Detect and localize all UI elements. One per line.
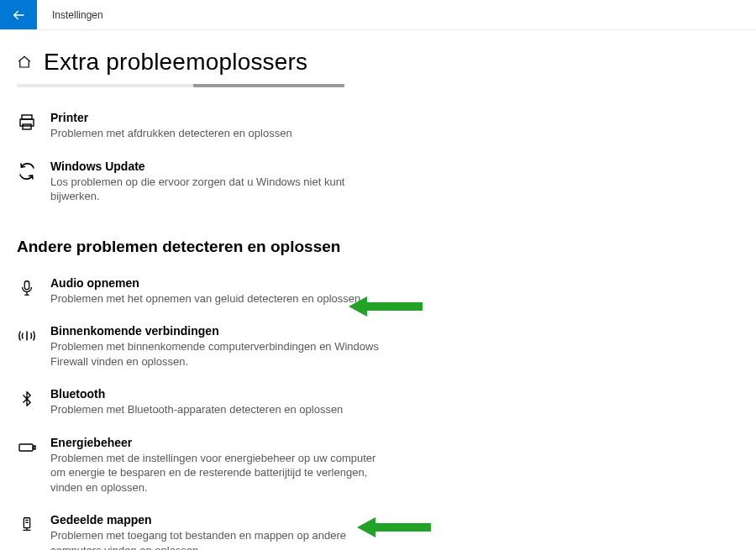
horizontal-scroll-thumb[interactable] [193, 84, 344, 87]
window-title: Instellingen [37, 0, 103, 29]
section-heading-other: Andere problemen detecteren en oplossen [17, 238, 739, 256]
item-title: Energiebeheer [50, 436, 386, 449]
item-desc: Problemen met binnenkomende computerverb… [50, 339, 386, 369]
back-arrow-icon [11, 8, 26, 23]
svg-rect-9 [34, 446, 35, 449]
troubleshooter-bluetooth[interactable]: Bluetooth Problemen met Bluetooth-appara… [17, 379, 386, 427]
troubleshooter-power[interactable]: Energiebeheer Problemen met de instellin… [17, 427, 386, 505]
title-bar: Instellingen [0, 0, 756, 30]
printer-icon [17, 113, 37, 133]
svg-rect-3 [23, 124, 31, 129]
sync-icon [17, 161, 37, 181]
item-title: Gedeelde mappen [50, 513, 386, 526]
troubleshooter-printer[interactable]: Printer Problemen met afdrukken detecter… [17, 102, 386, 151]
item-title: Binnenkomende verbindingen [50, 324, 386, 338]
svg-rect-8 [19, 444, 33, 451]
item-title: Audio opnemen [50, 276, 386, 290]
bluetooth-icon [17, 389, 37, 409]
main-content: Extra probleemoplossers Printer Probleme… [0, 30, 756, 550]
troubleshooter-text: Bluetooth Problemen met Bluetooth-appara… [50, 387, 386, 417]
battery-icon [17, 437, 37, 458]
item-desc: Problemen met Bluetooth-apparaten detect… [50, 402, 386, 417]
troubleshooter-incoming-connections[interactable]: Binnenkomende verbindingen Problemen met… [17, 316, 386, 379]
troubleshooter-text: Gedeelde mappen Problemen met toegang to… [50, 513, 386, 550]
microphone-icon [17, 278, 37, 298]
troubleshooter-windows-update[interactable]: Windows Update Los problemen op die ervo… [17, 151, 386, 214]
page-title: Extra probleemoplossers [44, 49, 307, 76]
svg-rect-1 [22, 115, 32, 119]
back-button[interactable] [0, 0, 37, 29]
troubleshooter-text: Printer Problemen met afdrukken detecter… [50, 111, 386, 141]
item-desc: Problemen met het opnemen van geluid det… [50, 291, 386, 306]
item-title: Windows Update [50, 160, 386, 173]
item-desc: Problemen met afdrukken detecteren en op… [50, 126, 386, 141]
troubleshooter-text: Binnenkomende verbindingen Problemen met… [50, 324, 386, 369]
item-title: Printer [50, 111, 386, 124]
troubleshooter-shared-folders[interactable]: Gedeelde mappen Problemen met toegang to… [17, 505, 386, 550]
troubleshooter-text: Energiebeheer Problemen met de instellin… [50, 436, 386, 495]
svg-rect-4 [24, 280, 29, 289]
troubleshooter-text: Windows Update Los problemen op die ervo… [50, 160, 386, 204]
home-icon[interactable] [17, 55, 32, 70]
signal-icon [17, 326, 37, 346]
item-desc: Problemen met toegang tot bestanden en m… [50, 528, 386, 550]
page-header: Extra probleemoplossers [17, 49, 739, 76]
server-icon [17, 515, 37, 535]
item-title: Bluetooth [50, 387, 386, 401]
horizontal-scroll-track[interactable] [17, 84, 344, 87]
troubleshooter-text: Audio opnemen Problemen met het opnemen … [50, 276, 386, 306]
item-desc: Los problemen op die ervoor zorgen dat u… [50, 175, 386, 204]
troubleshooter-audio-recording[interactable]: Audio opnemen Problemen met het opnemen … [17, 268, 386, 317]
item-desc: Problemen met de instellingen voor energ… [50, 451, 386, 495]
